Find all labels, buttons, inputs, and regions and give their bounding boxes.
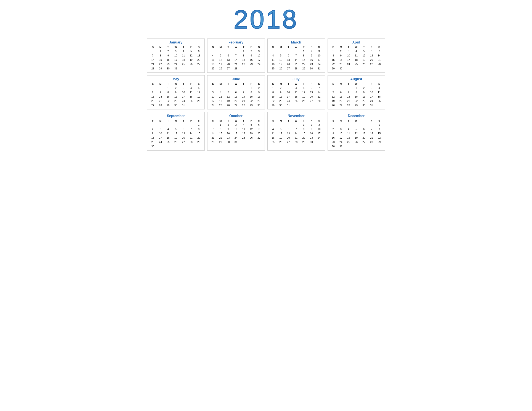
day-cell: 1 (300, 123, 307, 127)
day-cell: 15 (375, 131, 383, 136)
day-cell: 21 (232, 62, 240, 66)
day-header: M (217, 82, 224, 86)
day-cell: 24 (157, 140, 164, 144)
day-cell: 16 (360, 94, 368, 99)
day-cell: 28 (315, 99, 323, 103)
day-cell: 18 (269, 62, 277, 66)
day-cell: 10 (157, 131, 164, 136)
day-cell (360, 66, 368, 71)
day-cell: 2 (149, 127, 157, 131)
day-cell: 5 (352, 127, 360, 131)
day-cell: 18 (209, 62, 217, 66)
day-cell (217, 86, 224, 90)
day-cell: 6 (149, 90, 157, 94)
day-cell: 8 (157, 53, 164, 58)
day-cell: 2 (164, 49, 172, 53)
day-cell: 18 (187, 94, 195, 99)
day-cell: 13 (285, 131, 292, 136)
day-cell: 10 (315, 53, 323, 58)
day-cell (164, 123, 172, 127)
day-cell (149, 49, 157, 53)
day-cell: 16 (330, 136, 337, 140)
day-header: T (240, 119, 247, 123)
day-cell: 11 (164, 131, 172, 136)
day-cell: 13 (149, 94, 157, 99)
day-cell (240, 140, 247, 144)
day-cell (172, 123, 180, 127)
day-header: F (187, 82, 195, 86)
day-cell: 28 (240, 103, 247, 108)
day-cell: 12 (224, 94, 232, 99)
day-cell: 14 (345, 94, 352, 99)
day-cell: 8 (300, 127, 307, 131)
day-header: W (232, 82, 240, 86)
day-cell: 26 (187, 62, 195, 66)
day-cell: 26 (360, 62, 368, 66)
day-cell (285, 49, 292, 53)
day-cell: 12 (277, 58, 285, 62)
day-cell: 12 (172, 131, 180, 136)
day-header: W (292, 119, 300, 123)
day-cell: 16 (308, 131, 315, 136)
day-cell: 21 (240, 99, 247, 103)
day-header: M (157, 45, 164, 49)
day-cell: 5 (247, 123, 255, 127)
day-cell: 8 (352, 90, 360, 94)
day-cell: 31 (315, 66, 323, 71)
day-headers: SMTWTFS (209, 82, 263, 86)
day-header: T (164, 45, 172, 49)
day-cell: 24 (255, 62, 263, 66)
day-cell: 19 (300, 94, 307, 99)
day-cell (345, 86, 352, 90)
day-cell: 29 (300, 66, 307, 71)
day-cell (224, 49, 232, 53)
day-cell: 30 (308, 66, 315, 71)
day-header: S (330, 119, 337, 123)
day-cell: 16 (337, 58, 345, 62)
day-cell: 23 (337, 62, 345, 66)
day-cell (285, 123, 292, 127)
day-headers: SMTWTFS (330, 82, 383, 86)
day-cell (209, 49, 217, 53)
day-cell: 26 (277, 140, 285, 144)
day-cell: 9 (247, 53, 255, 58)
day-cell: 15 (300, 131, 307, 136)
day-cell: 28 (232, 66, 240, 71)
day-cell (375, 103, 383, 108)
day-cell: 25 (240, 136, 247, 140)
day-cell: 15 (300, 58, 307, 62)
day-cell: 4 (292, 86, 300, 90)
day-cell: 29 (157, 66, 164, 71)
month-september: SeptemberSMTWTFS 12345678910111213141516… (147, 112, 205, 150)
day-header: S (195, 45, 202, 49)
day-cell: 27 (232, 103, 240, 108)
day-cell: 30 (360, 103, 368, 108)
day-cell: 28 (149, 66, 157, 71)
day-cell: 2 (308, 123, 315, 127)
day-cell: 25 (345, 140, 352, 144)
day-cell: 27 (368, 62, 375, 66)
day-cell: 3 (180, 86, 187, 90)
day-cell: 2 (330, 127, 337, 131)
day-cell (330, 123, 337, 127)
day-cell: 14 (292, 58, 300, 62)
day-cell: 12 (187, 53, 195, 58)
month-june: JuneSMTWTFS 1234567891011121314151617181… (207, 75, 265, 110)
day-cell: 13 (337, 94, 345, 99)
day-cell (330, 86, 337, 90)
day-cell: 29 (195, 140, 202, 144)
day-cell: 2 (337, 49, 345, 53)
day-cell: 18 (352, 58, 360, 62)
day-header: T (360, 45, 368, 49)
day-cell: 12 (300, 90, 307, 94)
day-cell: 7 (187, 127, 195, 131)
day-header: T (285, 45, 292, 49)
day-cell: 8 (247, 90, 255, 94)
day-cell: 28 (292, 66, 300, 71)
day-cell: 12 (330, 94, 337, 99)
day-cell: 3 (315, 123, 323, 127)
day-cell (345, 144, 352, 149)
day-cell (300, 103, 307, 108)
day-cell: 7 (157, 90, 164, 94)
day-header: F (247, 45, 255, 49)
